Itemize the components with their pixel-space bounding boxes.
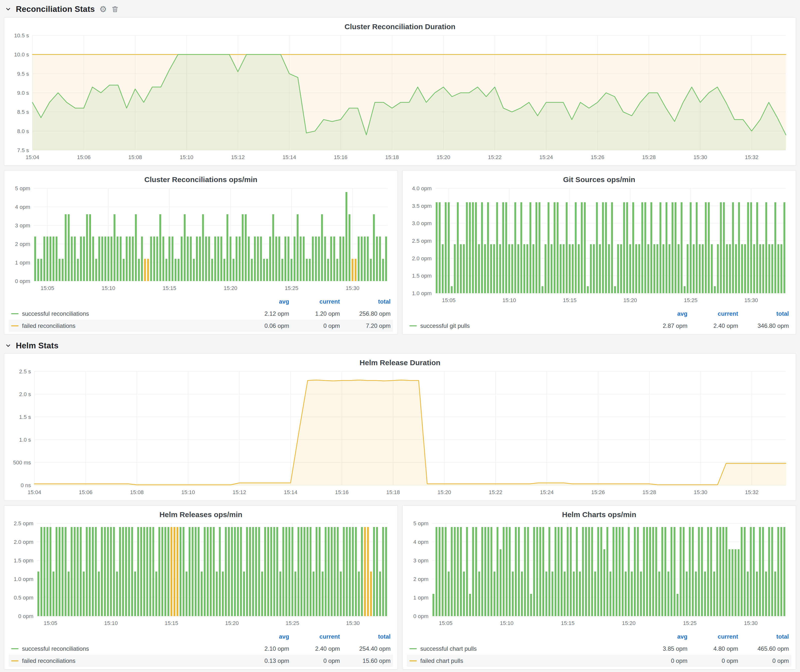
svg-text:3 opm: 3 opm <box>15 222 30 229</box>
legend-value: 7.20 opm <box>340 322 390 329</box>
legend-col-current[interactable]: current <box>688 310 738 317</box>
svg-text:0 opm: 0 opm <box>15 278 30 284</box>
legend-col-avg[interactable]: avg <box>637 633 688 640</box>
legend: avgcurrenttotalsuccessful git pulls2.87 … <box>406 307 792 333</box>
svg-text:15:10: 15:10 <box>102 285 115 291</box>
helm-charts-opm-chart[interactable]: 0 opm1 opm2 opm3 opm4 opm5 opm15:0515:10… <box>406 519 792 630</box>
svg-text:1 opm: 1 opm <box>413 595 429 601</box>
legend-swatch <box>11 660 19 661</box>
panel-title[interactable]: Helm Release Duration <box>8 355 792 367</box>
legend-series-label[interactable]: failed chart pulls <box>420 658 463 664</box>
legend-col-current[interactable]: current <box>688 633 738 640</box>
legend-series-label[interactable]: failed reconciliations <box>22 322 75 329</box>
svg-text:3.0 opm: 3.0 opm <box>412 220 432 226</box>
panel-title[interactable]: Cluster Reconciliations ops/min <box>8 173 394 184</box>
svg-text:5 opm: 5 opm <box>15 185 30 192</box>
svg-text:15:15: 15:15 <box>563 297 576 303</box>
legend-value: 3.85 opm <box>637 645 688 652</box>
svg-text:4 opm: 4 opm <box>413 539 429 545</box>
legend-series-label[interactable]: successful chart pulls <box>420 645 477 652</box>
legend-value: 0.06 opm <box>238 322 289 329</box>
svg-text:15:26: 15:26 <box>591 154 604 160</box>
panel-title[interactable]: Helm Releases ops/min <box>8 507 394 519</box>
cluster-reconciliations-opm-svg: 0 opm1 opm2 opm3 opm4 opm5 opm15:0515:10… <box>8 184 394 295</box>
trash-icon[interactable] <box>111 5 119 13</box>
legend-row[interactable]: failed chart pulls0 opm0 opm0 opm <box>407 655 791 667</box>
svg-text:15:10: 15:10 <box>180 154 194 160</box>
legend-row[interactable]: failed reconciliations0.06 opm0 opm7.20 … <box>9 320 393 332</box>
legend-value: 2.10 opm <box>238 645 289 652</box>
panel-title[interactable]: Cluster Reconciliation Duration <box>8 19 792 31</box>
svg-text:15:05: 15:05 <box>442 297 455 303</box>
legend-value: 254.40 opm <box>340 645 390 652</box>
svg-text:15:25: 15:25 <box>285 620 299 626</box>
svg-text:2 opm: 2 opm <box>15 241 30 247</box>
svg-text:15:20: 15:20 <box>224 285 237 291</box>
svg-text:15:10: 15:10 <box>181 489 195 495</box>
legend-series-label[interactable]: successful reconciliations <box>22 645 89 652</box>
helm-release-duration-chart[interactable]: 0 ns500 ms1.0 s1.5 s2.0 s2.5 s15:0415:06… <box>8 367 792 499</box>
legend-swatch <box>11 648 19 649</box>
cluster-reconciliations-opm-chart[interactable]: 0 opm1 opm2 opm3 opm4 opm5 opm15:0515:10… <box>8 184 394 295</box>
svg-text:4 opm: 4 opm <box>15 204 30 210</box>
legend-row[interactable]: failed reconciliations0.13 opm0 opm15.60… <box>9 655 393 667</box>
legend: avgcurrenttotalsuccessful reconciliation… <box>8 295 394 333</box>
legend-col-avg[interactable]: avg <box>238 298 289 305</box>
legend-col-total[interactable]: total <box>340 633 390 640</box>
helm-releases-opm-chart[interactable]: 0 opm0.5 opm1.0 opm1.5 opm2.0 opm2.5 opm… <box>8 519 394 630</box>
svg-text:1.0 opm: 1.0 opm <box>412 290 432 296</box>
svg-text:15:15: 15:15 <box>163 285 176 291</box>
svg-text:15:20: 15:20 <box>225 620 239 626</box>
svg-text:15:22: 15:22 <box>489 489 502 495</box>
cluster-reconciliation-duration-chart[interactable]: 7.5 s8.0 s8.5 s9.0 s9.5 s10.0 s10.5 s15:… <box>8 31 792 164</box>
chevron-down-icon[interactable] <box>5 342 11 349</box>
legend-series-label[interactable]: successful git pulls <box>420 322 470 329</box>
svg-text:15:14: 15:14 <box>283 154 296 160</box>
gear-icon[interactable]: ⚙ <box>99 5 107 13</box>
panel-cluster-reconciliation-duration: Cluster Reconciliation Duration 7.5 s8.0… <box>4 17 796 166</box>
legend-series-label[interactable]: successful reconciliations <box>22 310 89 317</box>
helm-charts-opm-svg: 0 opm1 opm2 opm3 opm4 opm5 opm15:0515:10… <box>406 519 792 630</box>
svg-text:1.5 opm: 1.5 opm <box>14 557 34 564</box>
legend-row[interactable]: successful chart pulls3.85 opm4.80 opm46… <box>407 643 791 655</box>
legend-col-total[interactable]: total <box>340 298 390 305</box>
git-sources-opm-svg: 1.0 opm1.5 opm2.0 opm2.5 opm3.0 opm3.5 o… <box>406 184 792 307</box>
svg-text:15:10: 15:10 <box>500 620 514 626</box>
legend-col-total[interactable]: total <box>738 633 789 640</box>
panel-title[interactable]: Git Sources ops/min <box>406 173 792 184</box>
legend-row[interactable]: successful reconciliations2.10 opm2.40 o… <box>9 643 393 655</box>
svg-text:9.5 s: 9.5 s <box>17 71 29 77</box>
legend-header: avgcurrenttotal <box>407 630 791 643</box>
legend-col-avg[interactable]: avg <box>238 633 289 640</box>
svg-text:15:08: 15:08 <box>130 489 144 495</box>
legend-col-avg[interactable]: avg <box>637 310 688 317</box>
svg-text:15:26: 15:26 <box>591 489 605 495</box>
svg-text:8.5 s: 8.5 s <box>17 109 29 115</box>
svg-text:8.0 s: 8.0 s <box>17 128 29 134</box>
chevron-down-icon[interactable] <box>5 6 11 12</box>
svg-text:15:18: 15:18 <box>385 154 399 160</box>
git-sources-opm-chart[interactable]: 1.0 opm1.5 opm2.0 opm2.5 opm3.0 opm3.5 o… <box>406 184 792 307</box>
legend-row[interactable]: successful reconciliations2.12 opm1.20 o… <box>9 307 393 320</box>
svg-text:15:30: 15:30 <box>693 154 707 160</box>
legend-value: 465.60 opm <box>738 645 789 652</box>
legend-col-total[interactable]: total <box>738 310 789 317</box>
legend-row[interactable]: successful git pulls2.87 opm2.40 opm346.… <box>407 320 791 332</box>
section-title[interactable]: Reconciliation Stats <box>16 5 95 14</box>
svg-text:15:25: 15:25 <box>683 620 697 626</box>
panel-helm-releases-opm: Helm Releases ops/min 0 opm0.5 opm1.0 op… <box>4 505 398 670</box>
legend-value: 2.12 opm <box>238 310 289 317</box>
svg-text:5 opm: 5 opm <box>413 520 429 526</box>
svg-text:2.5 s: 2.5 s <box>19 368 31 374</box>
section-title[interactable]: Helm Stats <box>16 341 59 350</box>
svg-text:15:10: 15:10 <box>502 297 516 303</box>
svg-text:2.5 opm: 2.5 opm <box>14 520 34 526</box>
legend-col-current[interactable]: current <box>289 298 340 305</box>
legend-series-label[interactable]: failed reconciliations <box>22 658 75 664</box>
svg-text:15:16: 15:16 <box>335 489 349 495</box>
panel-title[interactable]: Helm Charts ops/min <box>406 507 792 519</box>
legend-col-current[interactable]: current <box>289 633 340 640</box>
legend-value: 0 opm <box>738 658 789 664</box>
svg-text:15:28: 15:28 <box>642 154 656 160</box>
svg-text:15:32: 15:32 <box>745 489 758 495</box>
